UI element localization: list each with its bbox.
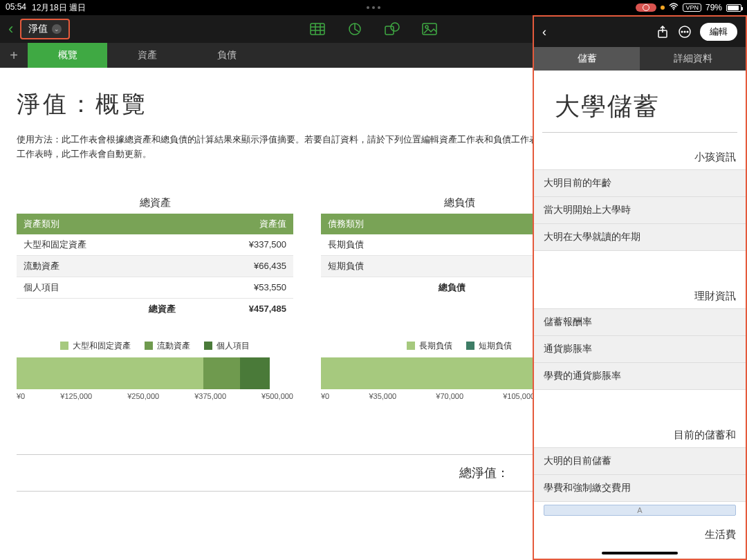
document-dropdown[interactable]: 淨值 ⌄: [20, 19, 70, 39]
panel-table-child[interactable]: 大明目前的年齡 當大明開始上大學時 大明在大學就讀的年期: [534, 169, 746, 251]
assets-column: 總資產 資產類別 資產值 大型和固定資產¥337,500 流動資產¥66,435…: [17, 196, 293, 319]
panel-section-living: 生活費: [534, 516, 746, 545]
liab-total-label: 總負債: [321, 277, 472, 298]
svg-point-0: [673, 9, 674, 10]
chart-view-icon[interactable]: [347, 21, 362, 37]
list-item[interactable]: 學費的通貨膨脹率: [534, 363, 746, 390]
svg-point-14: [684, 31, 685, 32]
status-bar: 05:54 12月18日 週日 VPN 79%: [0, 0, 747, 15]
list-item[interactable]: 當大明開始上大學時: [534, 197, 746, 224]
assets-legend: 大型和固定資產 流動資產 個人項目: [17, 340, 293, 352]
panel-tabs: 儲蓄 詳細資料: [534, 47, 746, 71]
list-item[interactable]: 學費和強制繳交費用: [534, 475, 746, 502]
shape-view-icon[interactable]: [385, 21, 400, 37]
assets-chart: 大型和固定資產 流動資產 個人項目 ¥0 ¥125,000 ¥250,000 ¥…: [17, 319, 293, 420]
svg-rect-1: [311, 24, 324, 35]
table-row: 大型和固定資產¥337,500: [17, 234, 293, 256]
assets-stacked-bar: [17, 357, 293, 389]
list-item[interactable]: 通貨膨脹率: [534, 336, 746, 363]
svg-point-10: [425, 26, 428, 28]
net-worth-label: 總淨值：: [17, 465, 551, 481]
assets-chart-axis: ¥0 ¥125,000 ¥250,000 ¥375,000 ¥500,000: [17, 392, 293, 400]
svg-point-8: [391, 23, 399, 31]
list-item[interactable]: 大明目前的年齡: [534, 170, 746, 197]
panel-table-finance[interactable]: 儲蓄報酬率 通貨膨脹率 學費的通貨膨脹率: [534, 308, 746, 390]
add-sheet-button[interactable]: +: [0, 43, 28, 68]
screen-record-indicator[interactable]: [636, 3, 656, 12]
tab-assets[interactable]: 資產: [107, 43, 187, 68]
battery-percent: 79%: [706, 3, 722, 12]
home-indicator[interactable]: [602, 552, 678, 554]
svg-point-15: [687, 31, 688, 32]
assets-total-value: ¥457,485: [183, 298, 293, 319]
slideover-panel: ‹ 編輯 儲蓄 詳細資料 大學儲蓄 小孩資訊 大明目前的年齡 當大明開始上大學時…: [533, 15, 747, 560]
list-item[interactable]: 大明在大學就讀的年期: [534, 224, 746, 251]
panel-section-finance: 理財資訊: [534, 286, 746, 308]
liab-header-cat: 債務類別: [321, 214, 472, 234]
orange-dot-icon: [661, 6, 665, 10]
panel-table-savings[interactable]: 大明的目前儲蓄 學費和強制繳交費用: [534, 447, 746, 502]
more-icon[interactable]: [678, 25, 692, 39]
list-item[interactable]: 儲蓄報酬率: [534, 309, 746, 336]
panel-back-button[interactable]: ‹: [542, 25, 546, 39]
table-view-icon[interactable]: [310, 21, 325, 37]
chevron-down-icon: ⌄: [52, 24, 62, 34]
panel-tab-savings[interactable]: 儲蓄: [534, 47, 640, 71]
assets-title: 總資產: [17, 196, 293, 209]
status-date: 12月18日 週日: [32, 2, 86, 14]
panel-section-savings: 目前的儲蓄和: [534, 424, 746, 447]
back-button[interactable]: ‹: [8, 20, 13, 38]
share-icon[interactable]: [656, 25, 670, 39]
media-view-icon[interactable]: [422, 21, 437, 37]
assets-header-val: 資產值: [183, 214, 293, 234]
list-item[interactable]: 大明的目前儲蓄: [534, 448, 746, 475]
multitask-dots[interactable]: [251, 6, 497, 9]
column-letter[interactable]: A: [544, 505, 736, 516]
panel-title: 大學儲蓄: [542, 71, 737, 133]
table-row: 流動資產¥66,435: [17, 255, 293, 277]
svg-point-13: [681, 31, 683, 32]
status-time: 05:54: [6, 2, 26, 14]
document-name: 淨值: [28, 23, 48, 35]
table-row: 個人項目¥53,550: [17, 277, 293, 298]
tab-overview[interactable]: 概覽: [28, 43, 107, 68]
assets-header-cat: 資產類別: [17, 214, 183, 234]
wifi-icon: [669, 3, 679, 12]
panel-section-child: 小孩資訊: [534, 147, 746, 169]
panel-toolbar: ‹ 編輯: [534, 17, 746, 47]
tab-liabilities[interactable]: 負債: [187, 43, 266, 68]
edit-button[interactable]: 編輯: [700, 23, 737, 41]
panel-body[interactable]: 大學儲蓄 小孩資訊 大明目前的年齡 當大明開始上大學時 大明在大學就讀的年期 理…: [534, 71, 746, 559]
assets-table[interactable]: 資產類別 資產值 大型和固定資產¥337,500 流動資產¥66,435 個人項…: [17, 214, 293, 319]
vpn-icon: VPN: [683, 3, 701, 12]
assets-total-label: 總資產: [17, 298, 183, 319]
battery-icon: [726, 4, 741, 12]
panel-tab-details[interactable]: 詳細資料: [640, 47, 746, 71]
